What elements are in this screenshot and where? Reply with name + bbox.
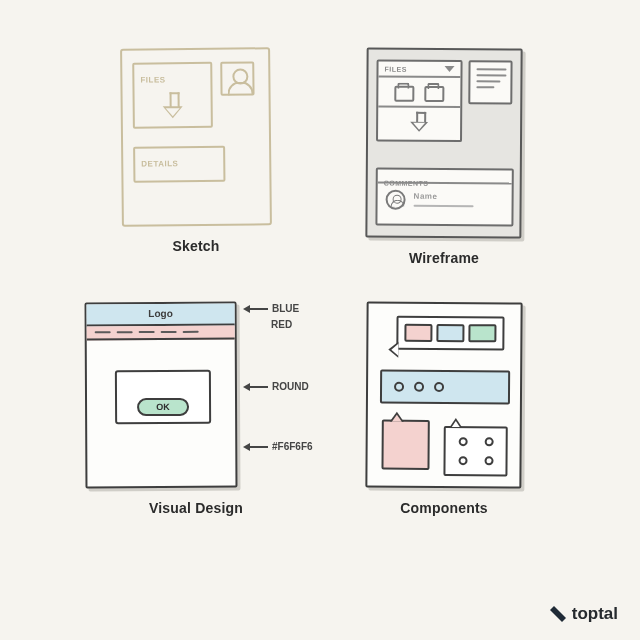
dropdown-caret-icon <box>444 66 454 72</box>
folder-icon <box>424 86 444 102</box>
arrow-left-icon <box>243 442 268 452</box>
tooltip-tail-fill <box>391 344 398 356</box>
wireframe-frame: FILES <box>365 47 522 238</box>
tile-sketch: FILES DETAILS Sketch <box>85 48 307 266</box>
tile-components: Components <box>333 302 555 516</box>
annotation-round: ROUND <box>243 382 309 392</box>
logo-bar: Logo <box>87 304 235 327</box>
download-arrow-icon <box>411 112 427 134</box>
swatch-red <box>404 324 432 342</box>
sketch-avatar-box <box>220 61 258 99</box>
swatch-blue <box>436 324 464 342</box>
note-tail-fill <box>392 415 402 422</box>
sketch-files-label: FILES <box>140 75 165 84</box>
avatar-icon <box>220 61 254 95</box>
nav-bar <box>87 326 235 341</box>
caption-wireframe: Wireframe <box>409 250 479 266</box>
arrow-left-icon <box>243 304 268 314</box>
component-grid <box>443 426 507 476</box>
caption-visual-design: Visual Design <box>149 500 243 516</box>
sketch-details-box: DETAILS <box>133 146 225 183</box>
wireframe-notes-box <box>468 60 512 104</box>
brand: toptal <box>550 605 618 622</box>
arrow-left-icon <box>243 382 268 392</box>
toptal-logo-icon <box>550 606 566 622</box>
text-line-icon <box>414 205 474 207</box>
visual-design-frame: Logo OK <box>85 302 238 489</box>
component-tooltip <box>396 316 504 351</box>
wireframe-comments-label: COMMENTS <box>384 180 429 187</box>
sketch-details-label: DETAILS <box>141 159 178 168</box>
ok-button[interactable]: OK <box>137 398 189 416</box>
ok-label: OK <box>156 402 170 412</box>
component-note <box>381 420 429 470</box>
download-arrow-icon <box>163 92 183 118</box>
row-1: FILES DETAILS Sketch FILES <box>85 48 555 266</box>
sketch-files-box: FILES <box>132 62 213 129</box>
diagram-stage: FILES DETAILS Sketch FILES <box>85 48 555 552</box>
row-2: Logo OK BLUE RED ROUND #F6F6F6 Visual De… <box>85 302 555 516</box>
grid-tail-fill <box>452 421 460 427</box>
avatar-icon <box>386 190 406 210</box>
brand-name: toptal <box>572 605 618 622</box>
wireframe-comments-box: COMMENTS Name <box>375 168 513 227</box>
annotation-red: RED <box>243 320 292 330</box>
wireframe-files-label: FILES <box>384 65 406 72</box>
components-frame <box>365 301 522 488</box>
toolbar-dots <box>382 372 508 403</box>
wireframe-name-label: Name <box>414 193 474 201</box>
folder-icon <box>394 86 414 102</box>
annotation-blue: BLUE <box>243 304 299 314</box>
swatch-green <box>468 324 496 342</box>
component-toolbar <box>380 370 510 405</box>
tile-visual-design: Logo OK BLUE RED ROUND #F6F6F6 Visual De… <box>85 302 307 516</box>
annotation-bg-hex: #F6F6F6 <box>243 442 313 452</box>
tile-wireframe: FILES <box>333 48 555 266</box>
caption-sketch: Sketch <box>172 238 219 254</box>
sketch-frame: FILES DETAILS <box>120 47 272 227</box>
wireframe-files-box: FILES <box>376 60 463 143</box>
caption-components: Components <box>400 500 488 516</box>
dialog-panel: OK <box>115 370 211 425</box>
logo-label: Logo <box>148 309 172 319</box>
